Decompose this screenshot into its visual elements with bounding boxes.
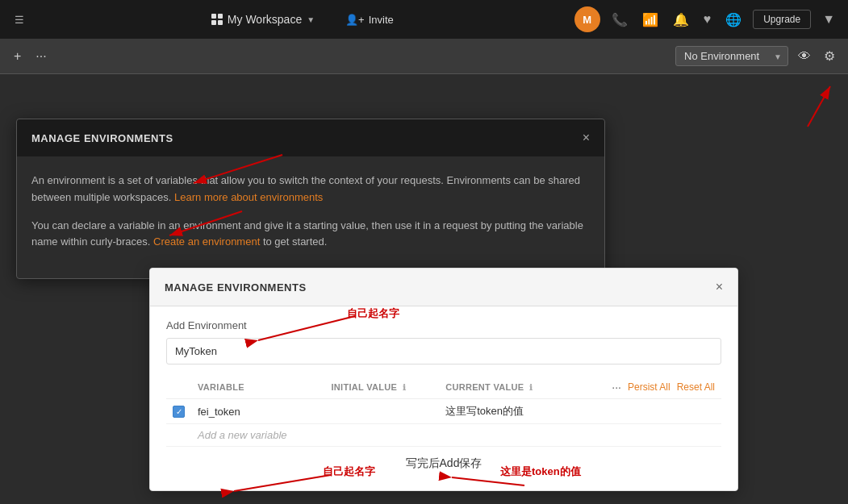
invite-icon: 👤+ [345,14,365,26]
th-initial: INITIAL VALUE ℹ [324,376,439,399]
th-current-info: ℹ [529,383,533,392]
nav-left: ☰ [10,10,29,29]
signal-icon[interactable]: 📶 [639,10,662,29]
globe-icon[interactable]: 🌐 [722,10,745,29]
env-eye-button[interactable]: 👁 [795,46,814,67]
phone-icon[interactable]: 📞 [608,10,631,29]
dialog-first-para1: An environment is a set of variables tha… [31,173,590,206]
heart-icon[interactable]: ♥ [700,10,715,28]
persist-all-button[interactable]: Persist All [628,381,670,393]
env-gear-button[interactable]: ⚙ [821,45,838,67]
add-var-checkbox-cell [166,424,191,447]
reset-all-button[interactable]: Reset All [677,381,715,393]
dots-button[interactable]: ··· [612,381,621,394]
create-env-link[interactable]: Create an environment [153,235,260,248]
more-tabs-button[interactable]: ··· [31,47,50,66]
add-var-initial [324,424,439,447]
dialog-second: MANAGE ENVIRONMENTS × Add Environment VA… [149,268,738,491]
invite-button[interactable]: 👤+ Invite [337,10,402,29]
env-select[interactable]: No Environment [675,46,788,66]
vars-table-body: ✓ fei_token 这里写token的值 Add a new variabl… [166,399,721,447]
vars-table: VARIABLE INITIAL VALUE ℹ CURRENT VALUE ℹ… [166,376,721,447]
add-var-actions [570,424,721,447]
th-variable: VARIABLE [191,376,324,399]
th-checkbox [166,376,191,399]
add-var-label: Add a new variable [191,424,324,447]
toolbar-left: + ··· [10,47,51,66]
dialog-second-title: MANAGE ENVIRONMENTS [165,281,307,294]
workspace-label: My Workspace [228,13,302,26]
add-var-current [439,424,570,447]
nav-center: My Workspace ▼ 👤+ Invite [39,10,568,29]
row-variable-name: fei_token [191,399,324,424]
row-current-value: 这里写token的值 [439,399,570,424]
nav-icon-left[interactable]: ☰ [10,10,29,29]
table-row: ✓ fei_token 这里写token的值 [166,399,721,424]
bell-icon[interactable]: 🔔 [670,10,692,29]
dialog-first-para2: You can declare a variable in an environ… [31,218,590,252]
gear-arrow-svg [783,74,848,131]
dialog-second-header: MANAGE ENVIRONMENTS × [150,269,737,306]
vars-table-header-row: VARIABLE INITIAL VALUE ℹ CURRENT VALUE ℹ… [166,376,721,399]
toolbar-row: + ··· No Environment 👁 ⚙ [0,39,848,74]
workspace-button[interactable]: My Workspace ▼ [205,10,321,29]
row-actions [570,399,721,424]
th-current: CURRENT VALUE ℹ [439,376,570,399]
dialog-first: MANAGE ENVIRONMENTS × An environment is … [16,119,605,279]
action-links: ··· Persist All Reset All [576,381,715,394]
workspace-chevron: ▼ [307,15,315,24]
dialog-second-close[interactable]: × [716,280,723,294]
nav-right: M 📞 📶 🔔 ♥ 🌐 Upgrade ▼ [574,6,838,32]
add-tab-button[interactable]: + [10,47,25,66]
svg-line-1 [808,86,830,127]
row-checkbox[interactable]: ✓ [173,406,185,418]
dialog-second-body: Add Environment VARIABLE INITIAL VALUE ℹ… [150,306,737,490]
invite-label: Invite [369,14,394,26]
row-checkbox-cell: ✓ [166,399,191,424]
toolbar-right: No Environment 👁 ⚙ [675,45,838,67]
env-name-input[interactable] [166,338,721,364]
upgrade-button[interactable]: Upgrade [753,10,811,29]
bottom-text: 写完后Add保存 [166,447,721,477]
avatar[interactable]: M [574,6,600,32]
learn-more-link[interactable]: Learn more about environments [174,191,323,203]
dialog-first-header: MANAGE ENVIRONMENTS × [17,119,604,156]
th-initial-info: ℹ [403,383,406,392]
dialog-first-title: MANAGE ENVIRONMENTS [31,132,173,144]
add-env-label: Add Environment [166,319,721,331]
th-actions: ··· Persist All Reset All [570,376,721,399]
row-initial-value [324,399,439,424]
dialog-first-body: An environment is a set of variables tha… [17,156,604,278]
env-select-wrap: No Environment [675,46,788,66]
grid-icon [211,14,223,25]
top-nav: ☰ My Workspace ▼ 👤+ Invite M 📞 📶 🔔 ♥ 🌐 U… [0,0,848,39]
main-area: MANAGE ENVIRONMENTS × An environment is … [0,74,848,504]
add-var-row[interactable]: Add a new variable [166,424,721,447]
nav-chevron[interactable]: ▼ [819,10,838,28]
dialog-first-close[interactable]: × [583,131,590,145]
